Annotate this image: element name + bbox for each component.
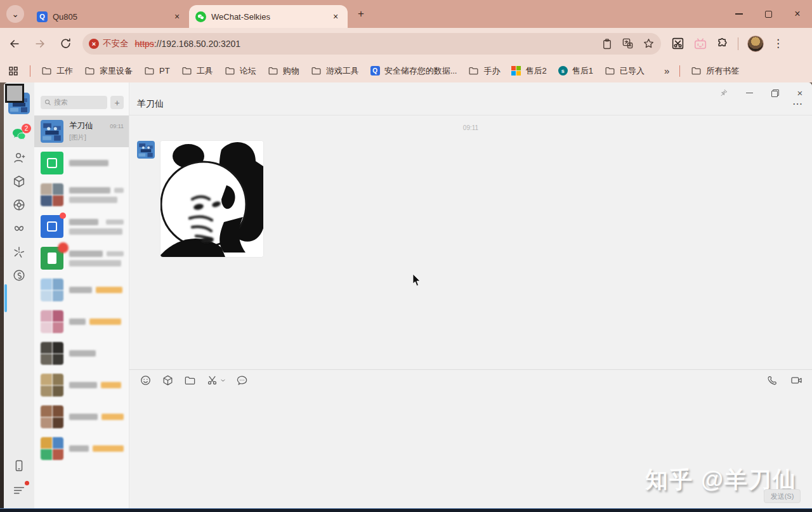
- chat-list-item[interactable]: [34, 179, 129, 211]
- search-input[interactable]: 搜索: [41, 96, 107, 109]
- chat-list-item[interactable]: 羊刀仙09:11[图片]: [34, 115, 129, 147]
- conversation-title: 羊刀仙: [137, 98, 164, 110]
- redacted-text: [69, 251, 103, 257]
- bookmark-label: 售后2: [525, 65, 546, 77]
- chat-list-item[interactable]: [34, 338, 129, 369]
- chat-avatar: [41, 247, 63, 270]
- bookmark-item[interactable]: 已导入: [599, 65, 650, 77]
- url-text[interactable]: https://192.168.50.20:3201: [135, 39, 602, 49]
- address-bar[interactable]: × 不安全 https://192.168.50.20:3201: [82, 33, 661, 55]
- wechat-favicon: [195, 11, 206, 22]
- send-button[interactable]: 发送(S): [764, 489, 801, 503]
- tab-wechat-selkies[interactable]: WeChat-Selkies ×: [189, 5, 348, 28]
- qu805-favicon: Q: [37, 11, 48, 22]
- extensions-puzzle-icon[interactable]: [716, 37, 729, 50]
- bookmark-label: 工作: [56, 65, 73, 77]
- message-editor[interactable]: 知乎 @羊刀仙 发送(S): [129, 391, 812, 508]
- new-tab-button[interactable]: +: [353, 6, 369, 22]
- contacts-icon[interactable]: [11, 150, 27, 166]
- browser-menu-icon[interactable]: ⋮: [773, 37, 783, 50]
- chat-list-item[interactable]: [34, 147, 129, 179]
- mini-program-icon[interactable]: [11, 244, 27, 259]
- browser-minimize-button[interactable]: [724, 0, 754, 28]
- voice-call-icon[interactable]: [766, 374, 778, 386]
- tab-close-icon[interactable]: ×: [171, 11, 183, 22]
- bookmark-item[interactable]: Q安全储存您的数据...: [365, 65, 463, 77]
- redacted-text: [69, 414, 98, 420]
- bookmark-item[interactable]: 游戏工具: [305, 65, 365, 77]
- chat-list-item[interactable]: [34, 401, 129, 433]
- chat-avatar: [41, 183, 63, 206]
- profile-avatar[interactable]: [747, 36, 764, 52]
- bookmark-label: 手办: [483, 65, 500, 77]
- bookmark-item[interactable]: 工作: [36, 65, 79, 77]
- bookmark-item[interactable]: s售后1: [553, 65, 599, 77]
- bookmarks-overflow-icon[interactable]: »: [659, 65, 674, 76]
- bookmark-item[interactable]: PT: [138, 65, 176, 76]
- new-chat-button[interactable]: +: [110, 96, 124, 109]
- folder-icon: [268, 65, 278, 76]
- mobile-icon[interactable]: [11, 458, 27, 473]
- forward-button[interactable]: [29, 33, 51, 55]
- chat-avatar: [41, 120, 63, 143]
- redacted-text: [69, 318, 86, 325]
- bookmark-item[interactable]: 论坛: [219, 65, 262, 77]
- unread-badge: [60, 213, 66, 219]
- emoji-icon[interactable]: [140, 374, 152, 386]
- bookmarks-divider: [679, 65, 680, 77]
- bookmark-item[interactable]: 售后2: [506, 65, 552, 77]
- conversation-more-icon[interactable]: ⋯: [792, 98, 803, 110]
- chats-icon[interactable]: 2: [11, 127, 27, 142]
- file-icon[interactable]: [184, 374, 196, 386]
- phone-link-icon[interactable]: [11, 268, 27, 283]
- translate-icon[interactable]: [622, 37, 634, 49]
- security-chip[interactable]: × 不安全: [89, 38, 129, 49]
- wechat-close-icon[interactable]: ×: [794, 88, 806, 98]
- clipboard-icon[interactable]: [601, 38, 613, 49]
- menu-icon[interactable]: [11, 483, 27, 498]
- chat-list-item[interactable]: [34, 242, 129, 274]
- moments-icon[interactable]: [11, 197, 27, 213]
- bookmark-label: 家里设备: [100, 65, 133, 77]
- bookmark-item[interactable]: 家里设备: [79, 65, 138, 77]
- chat-avatar: [41, 310, 63, 333]
- folder-icon: [468, 65, 479, 76]
- chat-history-icon[interactable]: [236, 374, 248, 386]
- browser-tabstrip: ⌄ Q Qu805 × WeChat-Selkies × + ×: [0, 0, 812, 28]
- tab-close-icon[interactable]: ×: [330, 11, 341, 22]
- video-call-icon[interactable]: [790, 374, 803, 386]
- capture-extension-icon[interactable]: [671, 37, 684, 50]
- bookmark-item[interactable]: 购物: [262, 65, 305, 77]
- chat-list-item[interactable]: [34, 211, 129, 242]
- wechat-minimize-icon[interactable]: [743, 88, 755, 98]
- chat-list-item[interactable]: [34, 369, 129, 401]
- reload-button[interactable]: [55, 33, 76, 55]
- rail-scroll-indicator[interactable]: [4, 284, 7, 312]
- favorites-insert-icon[interactable]: [162, 374, 174, 386]
- all-bookmarks-item[interactable]: 所有书签: [685, 65, 745, 77]
- browser-close-button[interactable]: ×: [783, 0, 812, 28]
- back-button[interactable]: [4, 33, 25, 55]
- chat-list-item[interactable]: [34, 274, 129, 306]
- bookmark-item[interactable]: 手办: [462, 65, 506, 77]
- channels-icon[interactable]: [11, 221, 27, 236]
- chat-list-item[interactable]: [34, 433, 129, 464]
- image-message[interactable]: [160, 141, 263, 257]
- sender-avatar[interactable]: [137, 141, 155, 159]
- bilibili-extension-icon[interactable]: [693, 37, 707, 51]
- chat-avatar: [41, 215, 63, 238]
- bookmark-star-icon[interactable]: [643, 37, 655, 49]
- browser-maximize-button[interactable]: [754, 0, 783, 28]
- pin-icon[interactable]: [718, 88, 730, 98]
- redacted-text: [89, 318, 121, 325]
- apps-grid-icon[interactable]: [0, 65, 25, 77]
- bookmark-item[interactable]: 工具: [176, 65, 219, 77]
- tab-search-button[interactable]: ⌄: [6, 5, 24, 23]
- wechat-restore-icon[interactable]: [769, 88, 780, 98]
- tab-qu805[interactable]: Q Qu805 ×: [30, 5, 189, 28]
- favorites-box-icon[interactable]: [11, 174, 27, 189]
- bookmark-label: 论坛: [240, 65, 256, 77]
- screenshot-icon[interactable]: [206, 374, 226, 386]
- chat-list-item[interactable]: [34, 306, 129, 338]
- url-scheme: https: [135, 39, 154, 49]
